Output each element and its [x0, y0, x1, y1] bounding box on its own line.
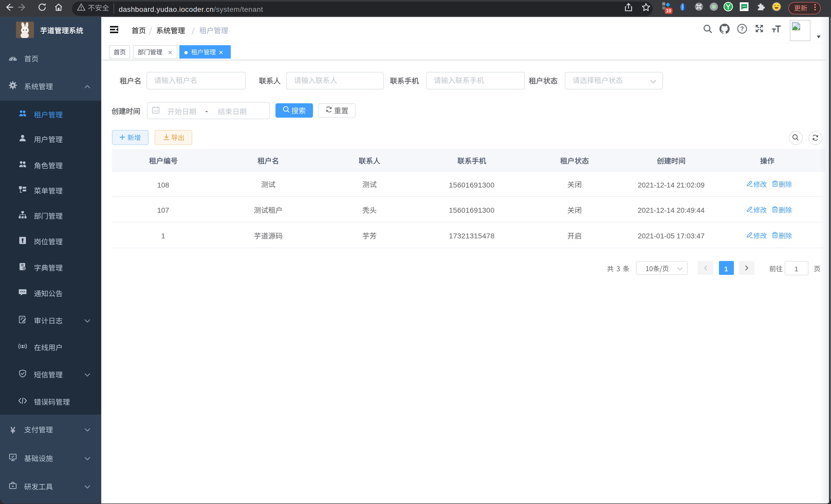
svg-text:?: ?: [740, 25, 744, 32]
